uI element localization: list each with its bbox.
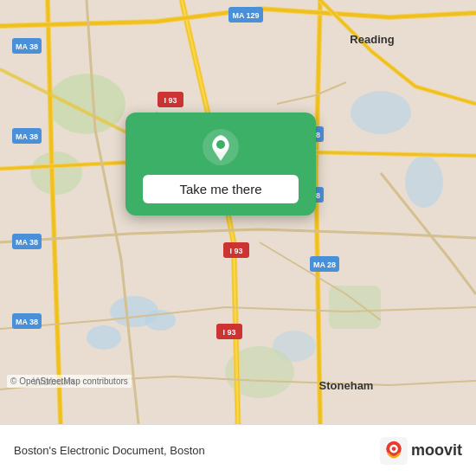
svg-text:I 93: I 93 [222,328,235,337]
svg-point-5 [405,156,443,208]
bottom-info: Boston's Electronic Document, Boston [14,444,380,457]
svg-text:I 93: I 93 [229,247,242,255]
svg-point-2 [87,325,121,350]
svg-point-43 [392,447,396,451]
svg-text:Reading: Reading [350,33,394,46]
svg-text:MA 38: MA 38 [16,132,38,141]
take-me-there-button[interactable]: Take me there [143,175,299,203]
osm-attribution: © OpenStreetMap contributors [7,375,132,388]
location-popup: Take me there [125,113,316,215]
svg-text:MA 28: MA 28 [313,261,336,269]
svg-text:Stoneham: Stoneham [319,379,374,392]
svg-point-8 [30,151,82,195]
svg-text:MA 129: MA 129 [232,11,259,20]
svg-text:I 93: I 93 [164,96,177,105]
svg-text:MA 38: MA 38 [16,318,38,326]
svg-point-39 [216,140,225,149]
location-title: Boston's Electronic Document, Boston [14,444,380,457]
bottom-bar: Boston's Electronic Document, Boston moo… [0,424,476,476]
moovit-logo: moovit [380,437,462,465]
location-pin-icon [202,128,240,166]
svg-point-4 [351,91,411,134]
svg-rect-9 [329,286,381,329]
svg-text:MA 38: MA 38 [16,238,38,247]
map-container: MA 129 MA 38 MA 38 MA 38 MA 38 I 93 I 93… [0,0,476,424]
svg-text:MA 38: MA 38 [16,42,38,51]
moovit-icon [380,437,408,465]
moovit-text: moovit [411,441,462,460]
